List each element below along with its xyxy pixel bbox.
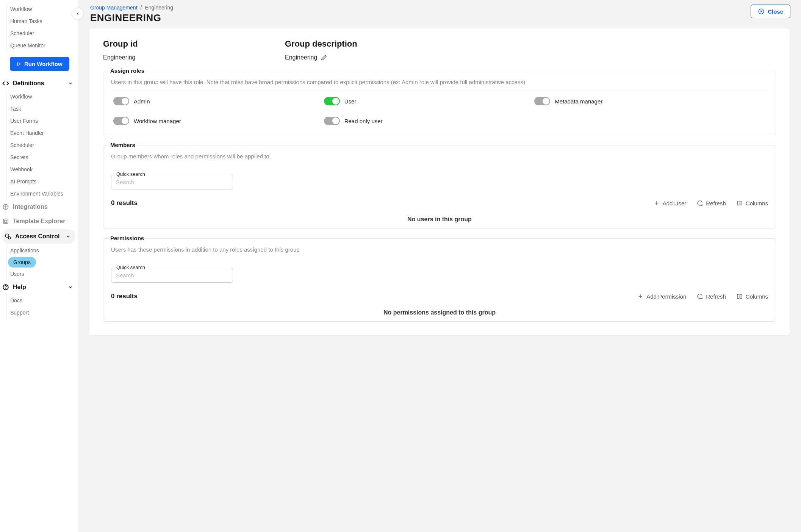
add-user-label: Add User: [663, 200, 687, 207]
role-admin: Admin: [113, 97, 316, 105]
add-user-button[interactable]: Add User: [654, 200, 687, 207]
close-button[interactable]: Close: [751, 5, 790, 18]
permissions-empty-message: No permissions assigned to this group: [111, 309, 768, 321]
role-read-only-user: Read only user: [324, 117, 527, 125]
sidebar-item-def-user-forms[interactable]: User Forms: [6, 115, 78, 127]
template-icon: [2, 218, 9, 225]
members-results-count: 0 results: [111, 199, 138, 207]
role-toggle-admin[interactable]: [113, 97, 129, 105]
sidebar-section-integrations[interactable]: Integrations: [0, 200, 78, 214]
svg-marker-0: [18, 62, 20, 66]
sidebar-item-def-webhook[interactable]: Webhook: [6, 163, 78, 175]
sidebar-item-def-env-vars[interactable]: Environment Variables: [6, 188, 78, 200]
role-toggle-workflow-manager[interactable]: [113, 117, 129, 125]
sidebar-section-help[interactable]: Help: [0, 280, 78, 294]
members-desc: Group members whom roles and permissions…: [111, 146, 768, 165]
svg-rect-18: [740, 294, 742, 299]
sidebar-section-template-explorer[interactable]: Template Explorer: [0, 214, 78, 228]
group-description-value: Engineering: [285, 54, 317, 61]
assign-roles-panel: Assign roles Users in this group will ha…: [103, 71, 776, 135]
members-columns-button[interactable]: Columns: [737, 200, 768, 207]
svg-rect-13: [737, 201, 739, 205]
access-control-icon: [5, 233, 11, 240]
integrations-icon: [2, 203, 9, 210]
integrations-label: Integrations: [13, 203, 48, 210]
sidebar-item-users[interactable]: Users: [6, 268, 78, 280]
permissions-refresh-button[interactable]: Refresh: [697, 293, 726, 300]
permissions-search-label: Quick search: [115, 264, 147, 270]
run-workflow-button[interactable]: Run Workflow: [10, 57, 69, 71]
role-label: Workflow manager: [134, 118, 181, 124]
sidebar-item-applications[interactable]: Applications: [6, 244, 78, 257]
template-explorer-label: Template Explorer: [13, 218, 65, 225]
members-columns-label: Columns: [746, 200, 768, 207]
sidebar-item-queue-monitor[interactable]: Queue Monitor: [6, 39, 78, 52]
page-title: ENGINEERING: [90, 12, 173, 24]
members-refresh-button[interactable]: Refresh: [697, 200, 726, 207]
role-toggle-read-only-user[interactable]: [324, 117, 340, 125]
permissions-results-count: 0 results: [111, 293, 138, 300]
breadcrumb-root[interactable]: Group Management: [90, 5, 138, 11]
role-metadata-manager: Metadata manager: [534, 97, 737, 105]
chevron-down-icon: [68, 285, 73, 290]
assign-roles-desc: Users in this group will have this role.…: [111, 71, 768, 91]
role-toggle-user[interactable]: [324, 97, 340, 105]
permissions-desc: Users has these permissions in addition …: [111, 239, 768, 258]
code-icon: [2, 80, 9, 87]
sidebar-item-def-event-handler[interactable]: Event Handler: [6, 127, 78, 139]
permissions-refresh-label: Refresh: [706, 293, 726, 300]
role-label: Read only user: [344, 118, 383, 124]
members-search-label: Quick search: [115, 171, 147, 177]
pencil-icon: [321, 55, 327, 61]
chevron-down-icon: [68, 81, 73, 86]
role-toggle-metadata-manager[interactable]: [534, 97, 550, 105]
close-circle-icon: [758, 8, 765, 15]
close-label: Close: [768, 8, 783, 15]
role-label: Admin: [134, 98, 150, 105]
members-title: Members: [108, 142, 138, 148]
definitions-label: Definitions: [13, 80, 44, 87]
sidebar-item-def-ai-prompts[interactable]: AI Prompts: [6, 175, 78, 188]
run-workflow-label: Run Workflow: [24, 61, 63, 67]
svg-point-5: [8, 237, 11, 239]
refresh-icon: [697, 293, 703, 299]
sidebar: Workflow Human Tasks Scheduler Queue Mon…: [0, 0, 78, 532]
permissions-panel: Permissions Users has these permissions …: [103, 238, 776, 322]
edit-description-button[interactable]: [321, 55, 327, 61]
sidebar-item-def-scheduler[interactable]: Scheduler: [6, 139, 78, 151]
sidebar-item-def-task[interactable]: Task: [6, 103, 78, 115]
sidebar-item-def-workflow[interactable]: Workflow: [6, 91, 78, 103]
sidebar-item-workflow[interactable]: Workflow: [6, 3, 78, 15]
sidebar-section-access-control[interactable]: Access Control: [2, 229, 75, 244]
sidebar-item-docs[interactable]: Docs: [6, 294, 78, 307]
members-panel: Members Group members whom roles and per…: [103, 145, 776, 228]
role-label: Metadata manager: [555, 98, 602, 105]
role-workflow-manager: Workflow manager: [113, 117, 316, 125]
sidebar-item-groups[interactable]: Groups: [8, 257, 36, 268]
permissions-title: Permissions: [108, 235, 146, 241]
chevron-left-icon: [75, 11, 80, 16]
svg-rect-17: [737, 294, 739, 299]
refresh-icon: [697, 200, 703, 206]
role-user: User: [324, 97, 527, 105]
add-permission-label: Add Permission: [646, 293, 686, 300]
svg-rect-3: [5, 220, 7, 222]
sidebar-item-scheduler[interactable]: Scheduler: [6, 27, 78, 39]
svg-point-4: [5, 234, 9, 237]
group-description-label: Group description: [285, 39, 444, 49]
content-card: Group id Engineering Group description E…: [89, 28, 790, 335]
permissions-columns-button[interactable]: Columns: [737, 293, 768, 300]
columns-icon: [737, 200, 743, 206]
add-permission-button[interactable]: Add Permission: [637, 293, 686, 300]
help-icon: [2, 284, 9, 291]
permissions-columns-label: Columns: [746, 293, 768, 300]
svg-rect-2: [3, 219, 8, 224]
plus-icon: [637, 293, 643, 299]
sidebar-section-definitions[interactable]: Definitions: [0, 76, 78, 91]
breadcrumb: Group Management / Engineering: [90, 5, 173, 11]
sidebar-item-human-tasks[interactable]: Human Tasks: [6, 15, 78, 27]
sidebar-item-def-secrets[interactable]: Secrets: [6, 151, 78, 163]
chevron-down-icon: [66, 234, 71, 239]
sidebar-collapse-button[interactable]: [72, 8, 84, 20]
sidebar-item-support[interactable]: Support: [6, 307, 78, 319]
